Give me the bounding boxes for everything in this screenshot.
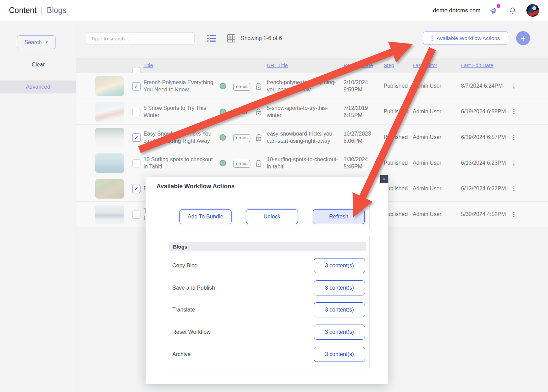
column-header-title[interactable]: Title: [144, 62, 153, 68]
list-view-icon[interactable]: [207, 34, 216, 43]
sidebar-item-advanced[interactable]: Advanced: [0, 80, 76, 93]
clear-button[interactable]: Clear: [0, 62, 76, 68]
language-badge: en-us: [233, 109, 250, 116]
search-dropdown-button[interactable]: Search ▼: [17, 35, 56, 49]
row-checkbox[interactable]: [132, 134, 140, 142]
add-to-bundle-button[interactable]: Add To Bundle: [179, 209, 232, 224]
row-menu-icon[interactable]: [512, 159, 516, 167]
row-menu-icon[interactable]: [512, 134, 516, 141]
row-menu-icon[interactable]: [512, 185, 516, 193]
workflow-action-row: Save and Publish 3 content(s): [165, 280, 370, 295]
dialog-header: Available Workflow Actions: [146, 177, 388, 196]
unlock-icon: [255, 134, 262, 141]
column-header-last-editor[interactable]: Last Editor: [413, 62, 437, 68]
workflow-action-row: Translate 3 content(s): [165, 302, 370, 317]
row-checkbox[interactable]: [132, 185, 140, 193]
last-editor: Admin User: [413, 159, 441, 166]
table-row[interactable]: French Polynesia Everything You Need to …: [76, 73, 548, 99]
site-selector[interactable]: demo.dotcms.com: [433, 7, 481, 14]
dialog-title: Available Workflow Actions: [157, 183, 235, 190]
status-dot: [220, 160, 226, 166]
table-row[interactable]: Easy Snowboard Tricks You can Start Usin…: [76, 125, 548, 150]
workflow-group-header: Blogs: [169, 242, 366, 251]
last-edit-date: 6/13/2024 6:22PM: [461, 185, 506, 192]
translate-count-button[interactable]: 3 content(s): [314, 302, 365, 317]
breadcrumb-content[interactable]: Content: [9, 6, 37, 15]
status-dot: [220, 109, 226, 115]
search-sidebar: Search ▼ Clear Advanced: [0, 21, 76, 392]
results-count: Showing 1-6 of 6: [241, 35, 282, 41]
breadcrumb: Content Blogs: [0, 6, 66, 15]
archive-count-button[interactable]: 3 content(s): [314, 347, 365, 362]
blog-thumbnail: [95, 76, 124, 96]
available-workflow-actions-button[interactable]: Available Workflow Actions: [423, 31, 508, 45]
last-edit-date: 8/7/2024 6:24PM: [461, 82, 503, 89]
workflow-action-row: Copy Blog 3 content(s): [165, 258, 370, 273]
table-row[interactable]: 5 Snow Sports to Try This Winter en-us 5…: [76, 99, 548, 125]
last-edit-date: 6/19/2024 6:58PM: [461, 108, 506, 115]
column-header-url-title[interactable]: URL Title: [267, 62, 288, 68]
column-header-posting-date[interactable]: Posting Date: [344, 62, 373, 68]
column-header-step[interactable]: Step: [384, 62, 394, 68]
search-input[interactable]: [86, 32, 195, 45]
add-content-button[interactable]: +: [516, 31, 530, 45]
row-menu-icon[interactable]: [512, 211, 516, 218]
row-checkbox[interactable]: [132, 108, 140, 116]
last-edit-date: 5/30/2024 4:52PM: [461, 211, 506, 218]
app-header: Content Blogs demo.dotcms.com: [0, 0, 548, 21]
blog-title: Easy Snowboard Tricks You can Start Usin…: [144, 130, 216, 144]
blog-thumbnail: [95, 102, 124, 122]
workflow-step: Published: [384, 108, 408, 115]
copy-blog-count-button[interactable]: 3 content(s): [314, 258, 365, 273]
plus-icon: +: [521, 32, 526, 45]
bulk-actions-box: Add To Bundle Unlock Refresh: [165, 202, 370, 230]
workflow-action-row: Archive 3 content(s): [165, 347, 370, 362]
row-checkbox[interactable]: [132, 211, 140, 219]
posting-date: 1/30/2024 5:45PM: [344, 156, 376, 170]
blog-thumbnail: [95, 128, 124, 147]
posting-date: 2/10/2024 9:59PM: [344, 79, 376, 93]
blog-thumbnail: [95, 205, 124, 224]
blog-title: 10 Surfing spots to checkout in Tahiti: [144, 156, 216, 170]
save-and-publish-count-button[interactable]: 3 content(s): [314, 280, 365, 295]
refresh-button[interactable]: Refresh: [313, 209, 365, 224]
last-editor: Admin User: [413, 108, 441, 115]
url-title: french-polynesia-everything-you-need-to-…: [267, 79, 340, 93]
status-dot: [220, 134, 226, 141]
grid-view-icon[interactable]: [227, 34, 236, 43]
bell-icon[interactable]: [508, 6, 518, 15]
posting-date: 7/12/2019 6:15PM: [344, 104, 376, 119]
row-menu-icon[interactable]: [512, 82, 516, 90]
blog-title: French Polynesia Everything You Need to …: [144, 79, 216, 93]
workflow-button-label: Available Workflow Actions: [437, 35, 500, 41]
last-edit-date: 6/13/2024 6:23PM: [461, 159, 506, 166]
megaphone-icon[interactable]: [489, 6, 499, 15]
workflow-action-row: Reset Workflow 3 content(s): [165, 325, 370, 340]
blog-title: 5 Snow Sports to Try This Winter: [144, 104, 216, 119]
column-header-last-edit-date[interactable]: Last Edit Date: [461, 62, 493, 68]
avatar[interactable]: [526, 4, 539, 17]
posting-date: 10/27/2023 8:06PM: [344, 130, 376, 144]
url-title: 10-surfing-spots-to-checkout-in-tahiti: [267, 156, 340, 170]
reset-workflow-count-button[interactable]: 3 content(s): [314, 325, 365, 340]
language-badge: en-us: [233, 83, 250, 91]
workflow-group-box: Blogs Copy Blog 3 content(s) Save and Pu…: [165, 236, 370, 368]
unlock-icon: [255, 160, 262, 167]
url-title: 5-snow-sports-to-try-this-winter: [267, 104, 340, 119]
last-editor: Admin User: [413, 185, 441, 192]
breadcrumb-divider: [41, 7, 42, 15]
close-icon[interactable]: ×: [380, 175, 388, 183]
workflow-action-label: Archive: [172, 351, 190, 357]
row-checkbox[interactable]: [132, 159, 140, 167]
row-menu-icon[interactable]: [512, 108, 516, 116]
unlock-icon: [255, 108, 262, 116]
status-dot: [220, 83, 226, 89]
notification-dot: [497, 4, 500, 8]
unlock-button[interactable]: Unlock: [246, 209, 298, 224]
last-editor: Admin User: [413, 134, 441, 141]
table-row[interactable]: 10 Surfing spots to checkout in Tahiti e…: [76, 150, 548, 176]
workflow-step: Published: [384, 159, 408, 166]
url-title: easy-snowboard-tricks-you-can-start-usin…: [267, 130, 340, 144]
row-checkbox[interactable]: [132, 82, 140, 90]
blog-thumbnail: [95, 179, 124, 199]
